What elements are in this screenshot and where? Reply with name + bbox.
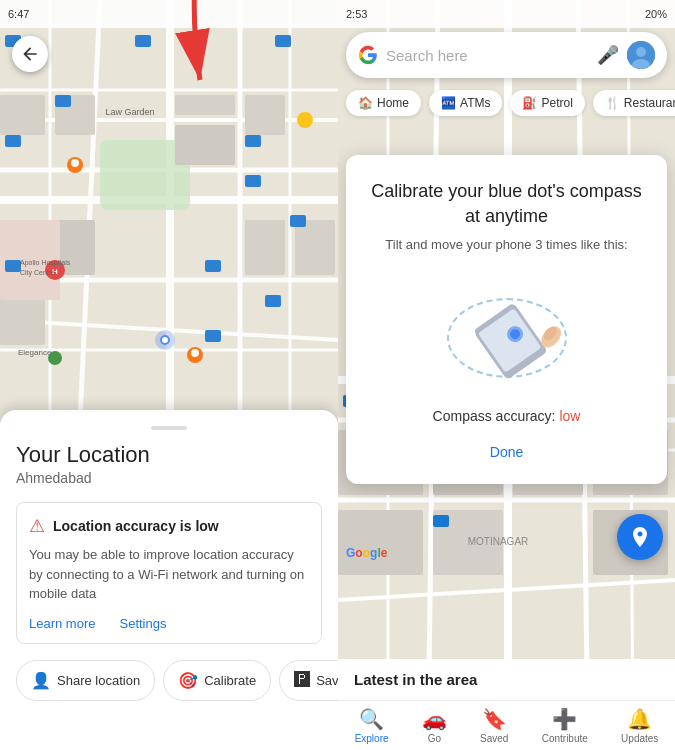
svg-rect-74 (338, 510, 423, 575)
svg-text:MOTINAGAR: MOTINAGAR (468, 536, 529, 547)
compass-fab[interactable] (617, 514, 663, 560)
drag-handle (151, 426, 187, 430)
nav-updates-label: Updates (621, 733, 658, 744)
learn-more-link[interactable]: Learn more (29, 616, 95, 631)
petrol-icon: ⛽ (522, 96, 537, 110)
back-button[interactable] (12, 36, 48, 72)
svg-rect-46 (205, 260, 221, 272)
svg-text:Law Garden: Law Garden (105, 107, 154, 117)
google-logo-map: Google (346, 546, 387, 560)
svg-text:Elegance: Elegance (18, 348, 52, 357)
svg-rect-43 (245, 175, 261, 187)
svg-rect-48 (205, 330, 221, 342)
calibrate-subtitle: Tilt and move your phone 3 times like th… (366, 237, 647, 252)
tab-petrol[interactable]: ⛽ Petrol (510, 90, 584, 116)
nav-updates[interactable]: 🔔 Updates (621, 707, 658, 744)
svg-rect-40 (55, 95, 71, 107)
battery-right: 20% (645, 8, 667, 20)
svg-rect-44 (290, 215, 306, 227)
svg-rect-39 (275, 35, 291, 47)
share-icon: 👤 (31, 671, 51, 690)
latest-title: Latest in the area (354, 671, 659, 688)
svg-point-33 (191, 349, 199, 357)
latest-area: Latest in the area (338, 659, 675, 700)
user-avatar[interactable] (627, 41, 655, 69)
svg-rect-47 (265, 295, 281, 307)
accuracy-card: ⚠ Location accuracy is low You may be ab… (16, 502, 322, 644)
updates-icon: 🔔 (627, 707, 652, 731)
quick-tabs: 🏠 Home 🏧 ATMs ⛽ Petrol 🍴 Restaurants (338, 84, 675, 122)
time-left: 6:47 (8, 8, 29, 20)
nav-contribute[interactable]: ➕ Contribute (542, 707, 588, 744)
svg-rect-18 (175, 125, 235, 165)
svg-rect-37 (135, 35, 151, 47)
share-location-label: Share location (57, 673, 140, 688)
svg-rect-16 (175, 95, 235, 115)
calibrate-button[interactable]: 🎯 Calibrate (163, 660, 271, 701)
share-location-button[interactable]: 👤 Share location (16, 660, 155, 701)
svg-text:City Centre: City Centre (20, 269, 55, 277)
map-left: H Law Garden Apollo Hospitals City Centr… (0, 0, 338, 420)
calibrate-icon: 🎯 (178, 671, 198, 690)
phone-animation (366, 268, 647, 408)
restaurant-icon: 🍴 (605, 96, 620, 110)
bottom-actions: 👤 Share location 🎯 Calibrate 🅿 Save park… (16, 660, 322, 701)
svg-rect-14 (0, 95, 45, 135)
accuracy-title: Location accuracy is low (53, 518, 219, 534)
parking-icon: 🅿 (294, 671, 310, 689)
accuracy-header: ⚠ Location accuracy is low (29, 515, 309, 537)
svg-rect-42 (245, 135, 261, 147)
tab-restaurants[interactable]: 🍴 Restaurants (593, 90, 675, 116)
done-button[interactable]: Done (366, 440, 647, 464)
accuracy-text: You may be able to improve location accu… (29, 545, 309, 604)
tab-restaurants-label: Restaurants (624, 96, 675, 110)
svg-rect-22 (295, 220, 335, 275)
tab-atms-label: ATMs (460, 96, 490, 110)
svg-rect-86 (477, 309, 541, 374)
go-icon: 🚗 (422, 707, 447, 731)
search-placeholder: Search here (386, 47, 589, 64)
status-bar-right: 2:53 20% (338, 0, 675, 28)
svg-point-83 (636, 47, 646, 57)
calibrate-title: Calibrate your blue dot's compass at any… (366, 179, 647, 229)
svg-text:Apollo Hospitals: Apollo Hospitals (20, 259, 71, 267)
google-logo (358, 45, 378, 65)
right-panel: MOTINAGAR 2:53 20% Search here 🎤 (338, 0, 675, 750)
svg-rect-23 (0, 295, 45, 345)
atm-icon: 🏧 (441, 96, 456, 110)
calibrate-label: Calibrate (204, 673, 256, 688)
nav-go-label: Go (428, 733, 441, 744)
svg-rect-17 (245, 95, 285, 135)
settings-link[interactable]: Settings (119, 616, 166, 631)
nav-saved[interactable]: 🔖 Saved (480, 707, 508, 744)
svg-rect-81 (433, 515, 449, 527)
svg-rect-38 (185, 35, 201, 47)
svg-point-30 (71, 159, 79, 167)
save-parking-button[interactable]: 🅿 Save parki... (279, 660, 338, 701)
calibrate-dialog: Calibrate your blue dot's compass at any… (346, 155, 667, 484)
nav-go[interactable]: 🚗 Go (422, 707, 447, 744)
location-title: Your Location (16, 442, 322, 468)
tab-atms[interactable]: 🏧 ATMs (429, 90, 502, 116)
search-bar[interactable]: Search here 🎤 (346, 32, 667, 78)
mic-icon[interactable]: 🎤 (597, 44, 619, 66)
warning-icon: ⚠ (29, 515, 45, 537)
contribute-icon: ➕ (552, 707, 577, 731)
left-panel: 6:47 (0, 0, 338, 750)
svg-rect-41 (5, 135, 21, 147)
explore-icon: 🔍 (359, 707, 384, 731)
save-parking-label: Save parki... (316, 673, 338, 688)
svg-point-27 (162, 337, 168, 343)
tab-petrol-label: Petrol (541, 96, 572, 110)
nav-explore[interactable]: 🔍 Explore (355, 707, 389, 744)
compass-accuracy: Compass accuracy: low (366, 408, 647, 424)
bottom-nav: 🔍 Explore 🚗 Go 🔖 Saved ➕ Contribute 🔔 Up… (338, 700, 675, 750)
nav-explore-label: Explore (355, 733, 389, 744)
svg-rect-45 (5, 260, 21, 272)
tab-home[interactable]: 🏠 Home (346, 90, 421, 116)
accuracy-links: Learn more Settings (29, 616, 309, 631)
svg-rect-21 (245, 220, 285, 275)
nav-contribute-label: Contribute (542, 733, 588, 744)
nav-saved-label: Saved (480, 733, 508, 744)
time-right: 2:53 (346, 8, 367, 20)
